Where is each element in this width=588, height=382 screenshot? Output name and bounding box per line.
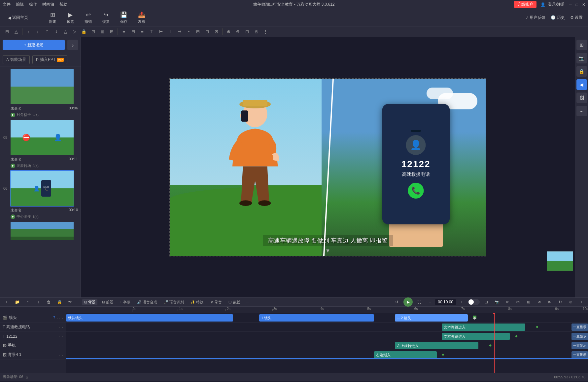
maximize-btn[interactable]: □ <box>576 2 578 7</box>
preview-btn[interactable]: ▶ 预览 <box>62 10 79 25</box>
screenshot-tl-btn[interactable]: 📷 <box>493 298 501 306</box>
subtitle-tab[interactable]: T 字幕 <box>118 299 132 305</box>
align-left[interactable]: ≡ <box>120 27 128 36</box>
keyframe-diamond-bg[interactable]: ◆ <box>442 353 444 356</box>
text2-show-btn[interactable]: 一直显示 <box>571 333 588 340</box>
lock-btn[interactable]: 🔒 <box>80 27 88 36</box>
canvas-frame[interactable]: 👤 12122 高速救援电话 📞 高速车辆 <box>169 78 486 256</box>
thumbnail-preview[interactable] <box>547 251 573 271</box>
align-center-v[interactable]: ⊟ <box>129 27 137 36</box>
track-bg-dot1[interactable]: · <box>59 352 60 358</box>
more-options-btn[interactable]: ··· <box>576 106 587 116</box>
distribute-h[interactable]: ⊣ <box>175 27 184 36</box>
phone-anim-block[interactable]: 左上旋转进入 <box>395 342 478 349</box>
camera-block-2[interactable]: ··· 2 镜头 <box>395 314 468 322</box>
next-frame-btn[interactable]: ⊳ <box>546 298 554 306</box>
new-btn[interactable]: ⊞ 新建 <box>44 10 61 25</box>
mask-tab[interactable]: ⬡ 蒙版 <box>226 299 242 305</box>
transition-1[interactable]: ▶ 对角格子 2(s) <box>9 112 79 118</box>
text1-anim-block[interactable]: 文本弹跳进入 <box>442 324 525 331</box>
music-btn[interactable]: ♪ <box>67 40 78 50</box>
effects-tab[interactable]: ✨ 特效 <box>189 299 205 305</box>
text1-show-btn[interactable]: 一直显示 <box>571 324 588 331</box>
record-tab[interactable]: 🎙 录音 <box>208 299 224 305</box>
transition-06[interactable]: ▶ 中心渐变 1(s) <box>9 213 79 220</box>
phone-show-btn[interactable]: 一直显示 <box>571 342 588 349</box>
lock-track-btn[interactable]: 🔒 <box>55 298 63 306</box>
menu-file[interactable]: 文件 <box>3 2 11 7</box>
flip-h-btn[interactable]: △ <box>61 27 70 36</box>
add-keyframe-btn[interactable]: + <box>577 298 585 306</box>
loop-btn[interactable]: ↻ <box>556 298 564 306</box>
scene-thumbnail-05[interactable]: ⛔ 👤 <box>10 119 74 156</box>
settings-btn[interactable]: ⚙ 设置 <box>570 15 583 20</box>
align-middle-h[interactable]: ⊢ <box>156 27 165 36</box>
timeline-settings[interactable]: ⊕ <box>567 298 575 306</box>
fit-all-btn[interactable]: ⊡ <box>482 298 490 306</box>
keyframe-diamond-text2[interactable]: ◆ <box>515 334 518 338</box>
publish-btn[interactable]: 📤 发布 <box>133 10 150 25</box>
bg-show-btn[interactable]: 一直显示 <box>571 351 588 359</box>
scene-thumbnail-06[interactable]: 👤 12122 📞 <box>10 170 74 207</box>
minimize-btn[interactable]: ─ <box>569 2 572 7</box>
delete-track-btn[interactable]: 🗑 <box>45 298 53 306</box>
play-btn[interactable]: ▶ <box>403 297 413 307</box>
camera-block-default[interactable]: 默认镜头 <box>66 314 233 322</box>
tts-tab[interactable]: 🔊 语音合成 <box>135 299 159 305</box>
foreground-tab[interactable]: ⊡ 前景 <box>100 299 115 305</box>
zoom-in[interactable]: ⊕ <box>224 27 233 36</box>
cursor-tool[interactable]: ⊞ <box>3 27 11 36</box>
eye-track-btn[interactable]: 👁 <box>66 298 74 306</box>
save-btn[interactable]: 💾 保存 <box>116 10 132 25</box>
track-text1-dot1[interactable]: · <box>59 325 60 330</box>
flip-v-btn[interactable]: ▷ <box>70 27 79 36</box>
playhead[interactable] <box>494 313 495 373</box>
track-help-icon[interactable]: ? <box>53 316 55 320</box>
undo-btn[interactable]: ↩ 撤销 <box>80 10 96 25</box>
camera-block-1[interactable]: 1 镜头 <box>259 314 374 322</box>
transition-05[interactable]: ▶ 波浪转场 2(s) <box>9 163 79 169</box>
align-right[interactable]: ≡ <box>138 27 147 36</box>
add-track-btn[interactable]: + <box>3 298 11 306</box>
history-btn[interactable]: 🕐 历史 <box>551 15 565 20</box>
menu-edit[interactable]: 编辑 <box>16 2 24 7</box>
keyframe-diamond-phone[interactable]: ◆ <box>489 343 492 347</box>
feedback-btn[interactable]: 🗨 用户反馈 <box>525 15 545 20</box>
distribute-v[interactable]: ⊦ <box>184 27 193 36</box>
split-btn[interactable]: ✂ <box>514 298 522 306</box>
panel-toggle-btn[interactable]: ◀ <box>576 79 587 90</box>
track-text2-dot2[interactable]: · <box>62 334 63 339</box>
menu-timeline[interactable]: 时间轴 <box>42 2 54 7</box>
align-bottom[interactable]: ⊥ <box>166 27 174 36</box>
move-top-btn[interactable]: ⤒ <box>43 27 51 36</box>
track-camera-dot2[interactable]: · <box>59 315 60 321</box>
asr-tab[interactable]: 🎤 语音识别 <box>162 299 186 305</box>
ppt-tab[interactable]: P 插入PPT VIP <box>32 55 67 64</box>
ai-scene-tab[interactable]: A 智能场景 <box>3 55 30 64</box>
edit-tl-btn[interactable]: ✏ <box>503 298 511 306</box>
text2-anim-block[interactable]: 文本弹跳进入 <box>442 333 510 340</box>
move-track-down-btn[interactable]: ↓ <box>34 298 42 306</box>
track-phone-dot2[interactable]: · <box>62 343 63 348</box>
back-home-btn[interactable]: ◀ 返回主页 <box>5 14 31 22</box>
upgrade-button[interactable]: 升级账户 <box>514 1 536 8</box>
close-btn[interactable]: ✕ <box>582 2 585 7</box>
move-up-btn[interactable]: ↑ <box>24 27 33 36</box>
track-text1-dot2[interactable]: · <box>62 325 63 330</box>
folder-btn[interactable]: 📁 <box>13 298 21 306</box>
screenshot-btn[interactable]: ⊞ <box>576 40 587 50</box>
image-btn[interactable]: 🖼 <box>576 93 587 103</box>
copy-icon[interactable]: ⎘ <box>26 375 28 379</box>
new-scene-btn[interactable]: + 新建场景 <box>3 40 65 50</box>
more-tab[interactable]: ··· <box>245 299 252 305</box>
zoom-in-tl-btn[interactable]: + <box>457 298 465 306</box>
track-phone-dot1[interactable]: · <box>59 343 60 348</box>
shape-tool[interactable]: △ <box>12 27 20 36</box>
reset-btn[interactable]: ↺ <box>393 298 401 306</box>
space-h[interactable]: ⊡ <box>203 27 211 36</box>
group-btn[interactable]: ⊡ <box>89 27 97 36</box>
menu-help[interactable]: 帮助 <box>59 2 67 7</box>
zoom-out[interactable]: ⊖ <box>233 27 242 36</box>
zoom-out-tl-btn[interactable]: − <box>426 298 434 306</box>
bg-anim-block[interactable]: 右边渐入 <box>374 351 437 359</box>
